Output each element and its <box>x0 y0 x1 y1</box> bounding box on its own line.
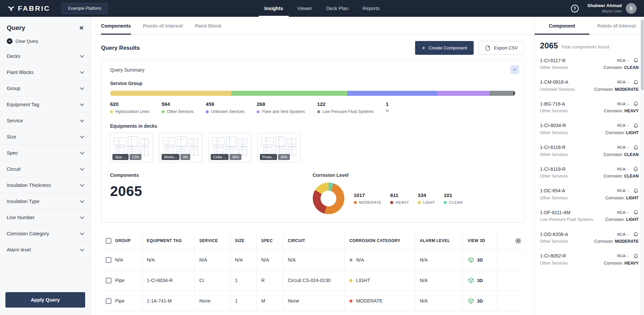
nav-viewer[interactable]: Viewer <box>292 0 318 17</box>
legend-value: 1 <box>386 101 391 107</box>
cell-circuit: N/A <box>283 250 345 270</box>
export-csv-button[interactable]: Export CSV <box>478 41 524 55</box>
bell-icon[interactable] <box>633 209 639 215</box>
scrollbar-thumb[interactable] <box>641 19 644 90</box>
clear-query-button[interactable]: ✕ Clear Query <box>0 32 91 48</box>
component-list-item[interactable]: 1-DF-8111-AM RCA: - Low Pressure Fluid S… <box>535 205 644 227</box>
legend-item: 620 Hydrocarbon Lines <box>110 101 149 114</box>
bell-icon[interactable] <box>633 79 639 85</box>
query-summary-card: Query Summary Service Group <box>101 60 524 223</box>
component-list-item[interactable]: 1-CI-8118-R RCA: - Other Services Corros… <box>535 140 644 162</box>
corrosion-legend-item: 611 HEAVY <box>390 192 409 204</box>
deck-chip-row: Worko... 3% <box>162 154 200 160</box>
component-item-bottom: Other Services Corrosion: LIGHT <box>540 130 639 136</box>
filter-accordion-item[interactable]: Size <box>0 129 91 145</box>
components-block: Components 2065 <box>110 172 313 214</box>
filter-accordion-item[interactable]: Insulation Thickness <box>0 177 91 193</box>
bell-icon[interactable] <box>633 253 639 259</box>
filter-accordion-item[interactable]: Group <box>0 80 91 96</box>
service-group-bar <box>110 91 515 96</box>
platform-selector-button[interactable]: Example Platform <box>62 3 108 14</box>
component-list-item[interactable]: 1-CI-8034-R RCA: - Other Services Corros… <box>535 118 644 140</box>
bell-icon[interactable] <box>633 57 639 63</box>
component-rca: RCA: - <box>617 145 629 149</box>
bell-icon[interactable] <box>633 231 639 237</box>
filter-accordion-item[interactable]: Corrosion Category <box>0 226 91 242</box>
tab-paint-block[interactable]: Paint Block <box>195 17 222 35</box>
view-3d-button[interactable]: 3D <box>463 291 498 311</box>
cell-service: N/A <box>195 250 230 270</box>
results-table-body: N/A N/A N/A N/A N/A N/A N/A <box>101 250 524 311</box>
filter-accordion-item[interactable]: Equipment Tag <box>0 96 91 113</box>
panel-tab-points-of-interest[interactable]: Points of Interest <box>589 17 644 35</box>
create-component-button[interactable]: + Create Component <box>415 41 474 55</box>
filter-accordion-item[interactable]: Alarm level <box>0 242 91 258</box>
bell-icon[interactable] <box>633 145 639 150</box>
component-item-bottom: Other Services Corrosion: CLEAN <box>540 65 639 71</box>
deck-thumbnail[interactable]: Produ... 39% <box>258 133 301 162</box>
corrosion-value: 611 <box>390 192 409 198</box>
component-service: Other Services <box>540 261 604 266</box>
bell-icon[interactable] <box>633 123 639 128</box>
component-list-item[interactable]: 1-CI-8052-R RCA: - Other Services Corros… <box>535 249 644 271</box>
close-icon[interactable]: ✕ <box>79 25 84 31</box>
component-service: Low Pressure Fluid Systems <box>540 217 605 223</box>
bell-icon[interactable] <box>633 166 639 172</box>
filter-accordion-item[interactable]: Paint Blocks <box>0 64 91 80</box>
component-list-item[interactable]: 1-CI-8117-R RCA: - Other Services Corros… <box>535 53 644 75</box>
filter-label: Size <box>7 134 16 140</box>
chevron-down-icon <box>80 183 84 187</box>
filter-accordion-list: Decks Paint Blocks Group Equipme <box>0 48 91 286</box>
component-list-item[interactable]: 1-CM-0818-A RCA: - Unknown Services Corr… <box>535 75 644 97</box>
corrosion-legend-item: 1017 MODERATE <box>354 192 382 204</box>
select-all-checkbox[interactable] <box>106 238 111 244</box>
service-bar-segment <box>437 91 490 96</box>
user-menu[interactable]: Shaheer Ahmad Abyss User S <box>587 3 637 14</box>
filter-label: Alarm level <box>7 247 31 252</box>
gear-icon[interactable] <box>515 238 521 244</box>
collapse-summary-button[interactable] <box>510 65 519 74</box>
brand[interactable]: FABRIC <box>7 4 50 12</box>
panel-tab-component[interactable]: Component <box>535 17 589 35</box>
help-icon[interactable]: ? <box>571 5 579 12</box>
legend-label-row: Other Services <box>162 109 194 114</box>
cell-alarm-level: N/A <box>415 270 463 290</box>
avatar[interactable]: S <box>626 3 637 14</box>
filter-accordion-item[interactable]: Circuit <box>0 161 91 177</box>
query-title: Query <box>7 24 25 32</box>
deck-thumbnail[interactable]: Cellar ... 46% <box>208 133 251 162</box>
bell-icon[interactable] <box>633 188 639 194</box>
filter-accordion-item[interactable]: Line Number <box>0 209 91 226</box>
row-checkbox[interactable] <box>106 278 111 283</box>
row-checkbox[interactable] <box>106 298 111 304</box>
query-sidebar-header: Query ✕ <box>0 24 91 32</box>
filter-accordion-item[interactable]: Insulation Type <box>0 193 91 209</box>
component-list-item[interactable]: 1-CI-8119-R RCA: - Other Services Corros… <box>535 162 644 184</box>
row-checkbox[interactable] <box>106 257 111 263</box>
nav-reports[interactable]: Reports <box>357 0 385 17</box>
tab-components[interactable]: Components <box>101 17 131 35</box>
corrosion-chart-row: 1017 MODERATE 611 <box>313 183 463 214</box>
nav-deck-plan[interactable]: Deck Plan <box>320 0 354 17</box>
filter-accordion-item[interactable]: Service <box>0 113 91 129</box>
deck-thumbnail[interactable]: Worko... 3% <box>159 133 202 162</box>
corrosion-legend-item: 101 CLEAN <box>444 192 463 204</box>
component-list-item[interactable]: 1-DO-6208-A RCA: - Other Services Corros… <box>535 227 644 249</box>
filter-label: Circuit <box>7 166 21 172</box>
deck-thumbnail[interactable]: Spar ... 12% <box>110 133 153 162</box>
deck-name-chip: Spar ... <box>112 154 129 160</box>
view-3d-button[interactable]: 3D <box>463 250 498 270</box>
page-scrollbar[interactable] <box>640 17 644 315</box>
apply-query-button[interactable]: Apply Query <box>5 292 85 308</box>
component-list-item[interactable]: 1-BG-716-A RCA: - Other Services Corrosi… <box>535 96 644 118</box>
bell-icon[interactable] <box>633 101 639 107</box>
filter-accordion-item[interactable]: Decks <box>0 48 91 64</box>
filter-accordion-item[interactable]: Spec <box>0 145 91 161</box>
component-list-item[interactable]: 1-DC-654-A RCA: - Other Services Corrosi… <box>535 184 644 205</box>
user-name: Shaheer Ahmad <box>587 3 622 9</box>
create-component-label: Create Component <box>429 45 467 50</box>
tab-points-of-interest[interactable]: Points of Interest <box>143 17 183 35</box>
header-spec: SPEC <box>257 232 283 249</box>
view-3d-button[interactable]: 3D <box>463 270 498 290</box>
nav-insights[interactable]: Insights <box>259 0 289 17</box>
